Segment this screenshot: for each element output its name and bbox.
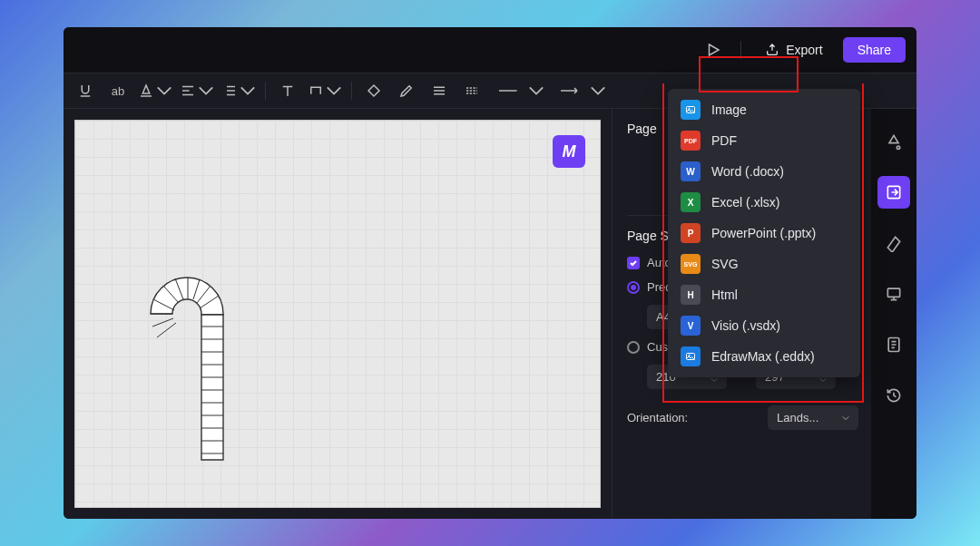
chevron-down-icon	[842, 414, 849, 422]
checkbox-checked-icon	[627, 257, 640, 269]
file-type-icon: W	[681, 161, 701, 181]
export-menu-item[interactable]: HHtml	[668, 279, 860, 310]
rail-document-icon[interactable]	[877, 328, 910, 361]
stroke-button[interactable]	[425, 78, 454, 103]
separator	[351, 82, 352, 100]
export-menu-item[interactable]: Image	[668, 94, 860, 125]
export-menu-item[interactable]: SVGSVG	[668, 249, 860, 279]
rail-fill-icon[interactable]	[877, 125, 910, 158]
rail-export-icon[interactable]	[877, 176, 910, 209]
app-logo-icon: M	[553, 135, 585, 168]
line-style-dropdown[interactable]	[490, 78, 548, 103]
export-menu-item-label: Excel (.xlsx)	[711, 195, 779, 210]
export-menu-item-label: PDF	[711, 133, 737, 148]
export-menu-item[interactable]: VVisio (.vsdx)	[668, 310, 860, 341]
canvas-viewport[interactable]: M	[64, 109, 612, 519]
export-icon	[765, 43, 779, 57]
underline-button[interactable]	[71, 78, 100, 103]
rail-history-icon[interactable]	[877, 379, 910, 412]
app-window: Export Share ab M	[64, 27, 916, 519]
file-type-icon: V	[681, 316, 701, 336]
orientation-select[interactable]: Lands...	[768, 405, 858, 430]
export-button[interactable]: Export	[754, 37, 833, 63]
export-menu-item[interactable]: EdrawMax (.eddx)	[668, 341, 860, 372]
separator	[740, 41, 741, 59]
title-bar: Export Share	[64, 27, 916, 73]
align-button[interactable]	[178, 78, 216, 103]
export-menu-item[interactable]: PDFPDF	[668, 125, 860, 156]
orientation-label: Orientation:	[627, 411, 688, 424]
export-menu-item-label: SVG	[711, 257, 739, 271]
brush-button[interactable]	[392, 78, 421, 103]
share-label: Share	[858, 43, 891, 57]
connector-button[interactable]	[306, 78, 344, 103]
fill-button[interactable]	[359, 78, 388, 103]
arrow-style-dropdown[interactable]	[552, 78, 610, 103]
svg-line-9	[157, 323, 176, 337]
strikethrough-button[interactable]: ab	[103, 78, 132, 103]
text-color-button[interactable]	[136, 78, 174, 103]
file-type-icon: SVG	[681, 254, 701, 274]
file-type-icon: X	[681, 192, 701, 212]
canvas[interactable]: M	[74, 120, 601, 508]
radio-selected-icon	[627, 281, 640, 294]
export-menu-item-label: Image	[711, 102, 747, 117]
candy-cane-shape[interactable]	[143, 270, 261, 506]
radio-icon	[627, 341, 640, 354]
export-menu-item-label: EdrawMax (.eddx)	[711, 349, 815, 364]
orientation-value: Lands...	[777, 411, 818, 424]
export-menu-item-label: PowerPoint (.pptx)	[711, 226, 816, 240]
rail-vector-icon[interactable]	[877, 227, 910, 259]
export-menu-item[interactable]: XExcel (.xlsx)	[668, 187, 860, 218]
export-menu-item-label: Html	[711, 288, 738, 302]
dash-button[interactable]	[457, 78, 486, 103]
right-rail	[871, 109, 916, 519]
play-button[interactable]	[699, 37, 728, 63]
rail-present-icon[interactable]	[877, 278, 910, 310]
text-tool-button[interactable]	[273, 78, 302, 103]
export-menu-item-label: Visio (.vsdx)	[711, 318, 780, 333]
separator	[265, 82, 266, 100]
file-type-icon: H	[681, 285, 701, 305]
file-type-icon: PDF	[681, 131, 701, 151]
svg-line-8	[152, 318, 173, 327]
file-type-icon	[681, 346, 701, 366]
export-menu-item-label: Word (.docx)	[711, 164, 784, 179]
export-label: Export	[786, 43, 822, 57]
share-button[interactable]: Share	[843, 37, 906, 63]
export-menu-item[interactable]: WWord (.docx)	[668, 156, 860, 187]
file-type-icon	[681, 100, 701, 120]
svg-rect-22	[887, 288, 899, 297]
export-menu-item[interactable]: PPowerPoint (.pptx)	[668, 218, 860, 249]
export-dropdown-menu: ImagePDFPDFWWord (.docx)XExcel (.xlsx)PP…	[668, 89, 860, 377]
list-button[interactable]	[220, 78, 258, 103]
file-type-icon: P	[681, 223, 701, 243]
